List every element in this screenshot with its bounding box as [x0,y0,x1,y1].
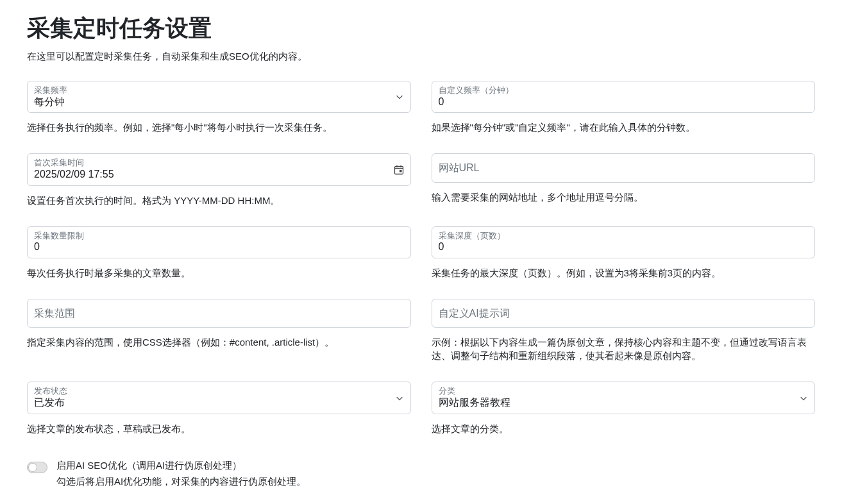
chevron-down-icon [395,394,404,403]
custom-frequency-input[interactable]: 自定义频率（分钟） 0 [432,81,816,113]
category-help: 选择文章的分类。 [432,422,816,435]
form-grid: 采集频率 每分钟 选择任务执行的频率。例如，选择"每小时"将每小时执行一次采集任… [27,81,815,494]
scope-help: 指定采集内容的范围，使用CSS选择器（例如：#content, .article… [27,335,411,349]
svg-rect-4 [400,170,402,172]
publish-status-label: 发布状态 [34,386,395,396]
custom-frequency-help: 如果选择"每分钟"或"自定义频率"，请在此输入具体的分钟数。 [432,121,816,134]
frequency-value: 每分钟 [34,96,395,109]
category-value: 网站服务器教程 [439,396,800,410]
first-time-input[interactable]: 首次采集时间 2025/02/09 17:55 [27,153,411,185]
frequency-group: 采集频率 每分钟 选择任务执行的频率。例如，选择"每小时"将每小时执行一次采集任… [27,81,411,147]
ai-seo-label: 启用AI SEO优化（调用AI进行伪原创处理） [56,460,411,472]
depth-help: 采集任务的最大深度（页数）。例如，设置为3将采集前3页的内容。 [432,266,816,280]
category-group: 分类 网站服务器教程 选择文章的分类。 [432,382,816,448]
ai-prompt-help: 示例：根据以下内容生成一篇伪原创文章，保持核心内容和主题不变，但通过改写语言表达… [432,335,816,362]
publish-status-help: 选择文章的发布状态，草稿或已发布。 [27,422,411,435]
website-url-help: 输入需要采集的网站地址，多个地址用逗号分隔。 [432,190,816,204]
category-select[interactable]: 分类 网站服务器教程 [432,382,816,414]
scope-group: 采集范围 指定采集内容的范围，使用CSS选择器（例如：#content, .ar… [27,299,411,375]
first-time-value: 2025/02/09 17:55 [34,168,394,181]
ai-prompt-group: 自定义AI提示词 示例：根据以下内容生成一篇伪原创文章，保持核心内容和主题不变，… [432,299,816,375]
limit-value: 0 [34,240,404,254]
website-url-group: 网站URL 输入需要采集的网站地址，多个地址用逗号分隔。 [432,153,816,219]
ai-seo-group: 启用AI SEO优化（调用AI进行伪原创处理） 勾选后将启用AI优化功能，对采集… [27,460,411,488]
first-time-group: 首次采集时间 2025/02/09 17:55 设置任务首次执行的时间。格式为 … [27,153,411,219]
calendar-icon [394,165,404,175]
limit-group: 采集数量限制 0 每次任务执行时最多采集的文章数量。 [27,226,411,292]
limit-label: 采集数量限制 [34,231,404,241]
page-title: 采集定时任务设置 [27,13,815,44]
custom-frequency-label: 自定义频率（分钟） [439,85,809,96]
depth-group: 采集深度（页数） 0 采集任务的最大深度（页数）。例如，设置为3将采集前3页的内… [432,226,816,292]
ai-seo-desc: 勾选后将启用AI优化功能，对采集的内容进行伪原创处理。 [56,476,411,488]
limit-help: 每次任务执行时最多采集的文章数量。 [27,266,411,280]
limit-input[interactable]: 采集数量限制 0 [27,226,411,258]
ai-prompt-input[interactable]: 自定义AI提示词 [432,299,816,328]
ai-prompt-placeholder: 自定义AI提示词 [439,307,809,319]
depth-input[interactable]: 采集深度（页数） 0 [432,226,816,258]
custom-frequency-value: 0 [439,96,809,109]
frequency-label: 采集频率 [34,85,395,96]
website-url-input[interactable]: 网站URL [432,153,816,182]
page-subtitle: 在这里可以配置定时采集任务，自动采集和生成SEO优化的内容。 [27,51,815,63]
publish-status-group: 发布状态 已发布 选择文章的发布状态，草稿或已发布。 [27,382,411,448]
publish-status-value: 已发布 [34,396,395,410]
scope-placeholder: 采集范围 [34,307,404,319]
ai-seo-toggle[interactable] [27,462,47,473]
scope-input[interactable]: 采集范围 [27,299,411,328]
svg-rect-0 [394,166,403,174]
toggle-knob [28,463,37,472]
depth-value: 0 [439,240,809,254]
frequency-help: 选择任务执行的频率。例如，选择"每小时"将每小时执行一次采集任务。 [27,121,411,134]
depth-label: 采集深度（页数） [439,231,809,241]
frequency-select[interactable]: 采集频率 每分钟 [27,81,411,113]
first-time-help: 设置任务首次执行的时间。格式为 YYYY-MM-DD HH:MM。 [27,194,411,207]
publish-status-select[interactable]: 发布状态 已发布 [27,382,411,414]
website-url-placeholder: 网站URL [439,162,809,174]
custom-frequency-group: 自定义频率（分钟） 0 如果选择"每分钟"或"自定义频率"，请在此输入具体的分钟… [432,81,816,147]
category-label: 分类 [439,386,800,396]
chevron-down-icon [395,92,404,101]
chevron-down-icon [799,394,808,403]
first-time-label: 首次采集时间 [34,158,394,168]
